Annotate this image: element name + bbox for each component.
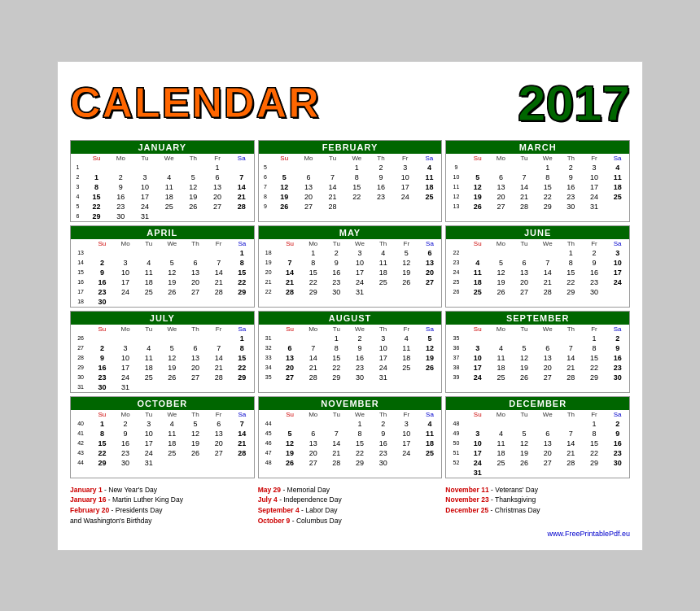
calendar-day: 14 bbox=[536, 268, 559, 277]
calendar-day: 6 bbox=[513, 258, 536, 268]
holiday-item: November 11 - Veterans' Day bbox=[445, 485, 630, 495]
calendar-day: 25 bbox=[418, 448, 442, 458]
calendar-day: 10 bbox=[583, 172, 606, 182]
calendar-day: 3 bbox=[583, 163, 606, 172]
calendar-day: 15 bbox=[348, 439, 372, 448]
calendar-day: 18 bbox=[466, 277, 489, 287]
calendar-day bbox=[301, 419, 325, 429]
calendar-day: 21 bbox=[536, 277, 559, 287]
month-block-march: MARCHSuMoTuWeThFrSa912341056789101111121… bbox=[445, 140, 630, 222]
calendar-day: 15 bbox=[301, 268, 325, 277]
holiday-item: January 16 - Martin Luther King Day bbox=[70, 495, 255, 505]
calendar-day: 31 bbox=[114, 382, 138, 392]
calendar-day: 12 bbox=[160, 268, 184, 277]
holiday-item: and Washington's Birthday bbox=[70, 516, 255, 526]
calendar-day: 18 bbox=[489, 448, 513, 458]
holiday-date: February 20 bbox=[70, 506, 109, 514]
calendar-day: 2 bbox=[559, 163, 583, 172]
calendar-day: 3 bbox=[466, 429, 489, 439]
month-block-june: JUNESuMoTuWeThFrSa2212323456789102411121… bbox=[445, 225, 630, 308]
calendar-day: 13 bbox=[207, 429, 230, 439]
holiday-date: July 4 bbox=[258, 495, 278, 504]
month-table: SuMoTuWeThFrSa35123634567893710111213141… bbox=[446, 325, 629, 382]
calendar-day: 15 bbox=[536, 182, 559, 192]
calendar-day bbox=[536, 468, 559, 478]
calendar-day: 27 bbox=[278, 373, 302, 382]
calendar-day: 5 bbox=[160, 343, 184, 353]
calendar-day: 9 bbox=[90, 353, 114, 363]
calendar-day: 3 bbox=[606, 248, 629, 258]
calendar-day bbox=[184, 458, 208, 468]
calendar-day: 19 bbox=[278, 448, 302, 458]
calendar-day: 18 bbox=[137, 277, 160, 287]
calendar-day: 22 bbox=[348, 448, 372, 458]
holiday-item: September 4 - Labor Day bbox=[258, 505, 443, 516]
calendar-day: 25 bbox=[606, 192, 629, 202]
calendar-day: 30 bbox=[90, 297, 114, 307]
calendar-day: 3 bbox=[393, 163, 418, 172]
holiday-item: January 1 - New Year's Day bbox=[70, 485, 255, 495]
calendar-day: 28 bbox=[278, 287, 302, 297]
calendar-day: 19 bbox=[160, 363, 184, 373]
calendar-day: 30 bbox=[114, 458, 138, 468]
calendar-day bbox=[160, 382, 184, 392]
calendar-day: 29 bbox=[559, 287, 583, 297]
calendar-day: 2 bbox=[90, 343, 114, 353]
calendar-day: 8 bbox=[85, 182, 109, 192]
calendar-day: 26 bbox=[513, 458, 536, 468]
month-table: SuMoTuWeThFrSa44123445567891011461213141… bbox=[259, 410, 442, 468]
calendar-day: 6 bbox=[301, 429, 325, 439]
calendar-day bbox=[137, 297, 160, 307]
calendar-day: 19 bbox=[513, 448, 536, 458]
calendar-day: 26 bbox=[489, 287, 513, 297]
calendar-day: 6 bbox=[296, 172, 321, 182]
calendar-day: 18 bbox=[606, 182, 629, 192]
calendar-day: 31 bbox=[133, 212, 157, 221]
calendar-day: 11 bbox=[606, 172, 629, 182]
calendar-day: 15 bbox=[559, 268, 583, 277]
calendar-day: 18 bbox=[371, 268, 395, 277]
calendar-day: 10 bbox=[371, 343, 395, 353]
month-header: APRIL bbox=[71, 226, 254, 239]
calendar-title: CALENDAR bbox=[70, 78, 321, 127]
calendar-day: 20 bbox=[513, 277, 536, 287]
calendar-day: 28 bbox=[321, 202, 345, 212]
calendar-day: 13 bbox=[205, 182, 230, 192]
calendar-day: 12 bbox=[418, 343, 442, 353]
calendar-day bbox=[205, 212, 230, 221]
month-table: SuMoTuWeThFrSa18123456197891011121320141… bbox=[259, 239, 442, 297]
calendar-day: 25 bbox=[489, 458, 513, 468]
calendar-day: 16 bbox=[325, 268, 348, 277]
calendar-day: 20 bbox=[296, 192, 321, 202]
calendar-day: 16 bbox=[90, 363, 114, 373]
calendar-day: 9 bbox=[606, 343, 629, 353]
calendar-day: 28 bbox=[325, 458, 348, 468]
calendar-day: 11 bbox=[489, 353, 513, 363]
calendar-day: 13 bbox=[513, 268, 536, 277]
calendar-day: 12 bbox=[395, 258, 418, 268]
calendar-day: 4 bbox=[160, 419, 184, 429]
calendar-day: 12 bbox=[184, 429, 208, 439]
calendar-day: 5 bbox=[182, 172, 206, 182]
calendar-day: 14 bbox=[230, 429, 254, 439]
calendar-day bbox=[230, 163, 254, 172]
calendar-day bbox=[184, 248, 208, 258]
calendar-day: 5 bbox=[395, 248, 418, 258]
month-table: SuMoTuWeThFrSa48124934567895010111213141… bbox=[446, 410, 629, 478]
calendar-day: 23 bbox=[348, 363, 372, 373]
month-header: OCTOBER bbox=[71, 397, 254, 410]
month-header: JUNE bbox=[446, 226, 629, 239]
calendar-day bbox=[559, 468, 583, 478]
calendar-day: 22 bbox=[301, 277, 325, 287]
calendar-day: 12 bbox=[278, 439, 302, 448]
calendar-day: 12 bbox=[513, 439, 536, 448]
calendar-day: 6 bbox=[278, 343, 302, 353]
calendar-day: 5 bbox=[466, 172, 489, 182]
calendar-day bbox=[395, 373, 418, 382]
calendar-day: 31 bbox=[466, 468, 489, 478]
calendar-day: 15 bbox=[230, 353, 254, 363]
holiday-date: September 4 bbox=[258, 506, 300, 514]
calendar-day bbox=[536, 334, 559, 343]
calendar-day: 8 bbox=[348, 429, 372, 439]
calendar-day: 5 bbox=[513, 429, 536, 439]
